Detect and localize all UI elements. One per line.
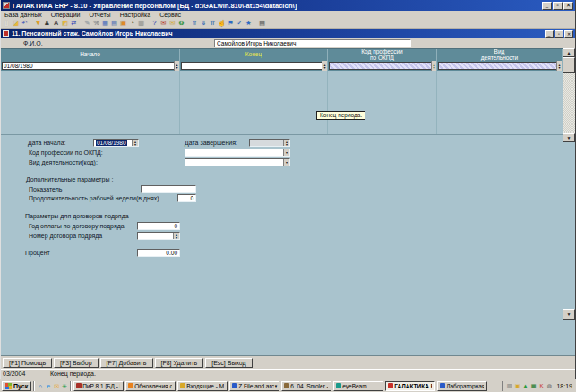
open-folder-icon[interactable]: ◪ xyxy=(12,19,20,28)
fio-input[interactable]: Самойлов Игорь Николаевич xyxy=(214,39,411,47)
task-lab[interactable]: Лабораторная ... xyxy=(437,381,487,391)
tray-safety-icon[interactable]: ▲ xyxy=(521,382,529,390)
grid-scrollbar[interactable]: ▲ ▼ xyxy=(563,48,575,142)
function-button[interactable]: [F8] Удалить xyxy=(155,358,204,368)
column-header-prof-code[interactable]: Код профессиипо ОКПД xyxy=(328,49,437,61)
percent-input[interactable]: 0.00 xyxy=(137,249,180,257)
grid-icon[interactable]: ▤ xyxy=(110,19,118,28)
percent-icon[interactable]: % xyxy=(92,19,100,28)
calculator-icon[interactable]: ▥ xyxy=(137,19,145,28)
mail-yellow-icon[interactable]: ✉ xyxy=(168,19,176,28)
main-titlebar[interactable]: ГАЛАКТИКА ERP - 8.10 - Управление персон… xyxy=(1,0,575,11)
row-activity-input[interactable] xyxy=(438,62,561,70)
column-header-activity[interactable]: Виддеятельности xyxy=(437,49,563,61)
contract-number-input[interactable]: ▴▾ xyxy=(137,232,180,240)
function-button[interactable]: [F3] Выбор xyxy=(54,358,99,368)
clock-icon[interactable]: ◔ xyxy=(128,19,136,28)
grid-body[interactable] xyxy=(1,71,563,135)
column-header-start[interactable]: Начало xyxy=(1,49,180,61)
row-prof-spinner[interactable]: ▴▾ xyxy=(431,61,436,71)
tray-clipboard-icon[interactable]: ▣ xyxy=(513,382,520,390)
minimize-button[interactable]: _ xyxy=(542,2,552,10)
person-flag-icon[interactable]: ⚑ xyxy=(227,19,235,28)
menu-item[interactable]: Отчеты xyxy=(89,12,110,18)
tray-update-icon[interactable]: ◍ xyxy=(546,382,553,390)
icon-glyph: % xyxy=(93,19,99,27)
week-length-input[interactable]: 0 xyxy=(177,194,196,202)
mail-red-icon[interactable]: ✉ xyxy=(159,19,168,28)
task-pir[interactable]: ПиР 8.1 [БД - Р... xyxy=(73,381,124,391)
edit-icon[interactable]: ✎ xyxy=(83,19,91,28)
person-star-icon[interactable]: ★ xyxy=(245,19,253,28)
internet-explorer-icon[interactable]: e xyxy=(45,382,52,390)
task-updates[interactable]: Обновления оч... xyxy=(125,381,176,391)
menu-item[interactable]: Сервис xyxy=(159,12,181,18)
icon-glyph: ◩ xyxy=(62,19,68,27)
date-end-spinner[interactable]: ▴▾ xyxy=(283,140,289,146)
row-prof-input[interactable] xyxy=(329,62,435,70)
tray-display-icon[interactable]: ▥ xyxy=(505,382,512,390)
task-inbox[interactable]: Входящие - Mic... xyxy=(177,381,228,391)
search-icon[interactable]: A xyxy=(52,19,60,28)
dialog-close-button[interactable]: ✕ xyxy=(564,30,573,38)
tray-antivirus-icon[interactable]: K xyxy=(537,382,545,390)
task-smoler[interactable]: 6. 04_Smoler - t... xyxy=(281,381,331,391)
dialog-minimize-button[interactable]: _ xyxy=(545,30,554,38)
scrollbar-track[interactable] xyxy=(563,57,575,133)
date-start-spinner[interactable]: ▴▾ xyxy=(132,140,138,146)
tray-network-icon[interactable]: ▦ xyxy=(529,382,537,390)
thumb-up-icon[interactable]: ☝ xyxy=(218,19,226,28)
person-check-icon[interactable]: ✓ xyxy=(236,19,244,28)
close-button[interactable]: ✕ xyxy=(563,2,573,10)
prof-code-dropdown-icon[interactable]: ▾ xyxy=(283,149,289,156)
row-end-input[interactable] xyxy=(181,62,326,70)
menu-item[interactable]: Настройка xyxy=(120,12,150,18)
print-icon[interactable]: ▤ xyxy=(258,19,266,28)
outlook-icon[interactable]: ✉ xyxy=(53,382,60,390)
indicator-input[interactable] xyxy=(141,185,196,193)
column-header-end[interactable]: Конец xyxy=(180,49,328,61)
switch-icon[interactable]: ⇄ xyxy=(70,19,78,28)
folder-open-icon[interactable]: ◩ xyxy=(61,19,69,28)
function-button[interactable]: [F7] Добавить xyxy=(100,358,153,368)
row-activity-spinner[interactable]: ▴▾ xyxy=(556,61,562,71)
media-icon[interactable]: ✳ xyxy=(61,382,68,390)
row-start-input[interactable]: 01/08/1980 xyxy=(2,62,178,70)
date-start-input[interactable]: 01/08/1980 ▴▾ xyxy=(93,139,139,147)
people-up-icon[interactable]: ⇈ xyxy=(209,19,217,28)
contract-year-input[interactable]: 0 xyxy=(137,222,180,230)
dialog-maximize-button[interactable]: ▫ xyxy=(555,30,563,38)
scrollbar-thumb[interactable] xyxy=(563,57,575,73)
maximize-button[interactable]: ▫ xyxy=(553,2,563,10)
dialog-titlebar[interactable]: 11. Пенсионный стаж. Самойлов Игорь Нико… xyxy=(1,29,575,38)
scroll-down-icon[interactable]: ▼ xyxy=(563,133,575,142)
row-end-spinner[interactable]: ▴▾ xyxy=(322,61,327,71)
new-document-icon[interactable]: ▯ xyxy=(3,19,11,28)
calendar-icon[interactable]: ▣ xyxy=(119,19,127,28)
refresh-globe-icon[interactable]: ♻ xyxy=(177,19,185,28)
person-up-icon[interactable]: ⇑ xyxy=(191,19,199,28)
function-button[interactable]: [Esc] Выход xyxy=(205,358,252,368)
start-button[interactable]: Пуск xyxy=(2,381,31,391)
activity-dropdown-icon[interactable]: ▾ xyxy=(283,159,289,166)
form-scroll-down-icon[interactable]: ▼ xyxy=(563,309,575,320)
person-icon[interactable]: ♟ xyxy=(43,19,51,28)
person-down-icon[interactable]: ⇓ xyxy=(200,19,208,28)
undo-icon[interactable]: ↶ xyxy=(21,19,29,28)
date-end-input[interactable]: ▴▾ xyxy=(249,139,290,147)
task-zfile[interactable]: Z File and arch... ▾ xyxy=(229,381,279,391)
menu-item[interactable]: Операции xyxy=(51,12,81,18)
help-icon[interactable]: ? xyxy=(150,19,159,28)
filter-icon[interactable]: ▼ xyxy=(34,19,42,28)
row-start-spinner[interactable]: ▴▾ xyxy=(174,61,179,71)
task-galaktika[interactable]: ГАЛАКТИКА E... xyxy=(385,381,435,391)
table-icon[interactable]: ▦ xyxy=(101,19,109,28)
scroll-up-icon[interactable]: ▲ xyxy=(563,48,575,57)
activity-input[interactable]: ▾ xyxy=(185,158,290,166)
task-eyebeam[interactable]: eyeBeam xyxy=(333,381,383,391)
function-button[interactable]: [F1] Помощь xyxy=(3,358,52,368)
show-desktop-icon[interactable]: ⌂ xyxy=(37,382,44,390)
contract-number-spinner[interactable]: ▴▾ xyxy=(173,233,179,239)
menu-item[interactable]: База данных xyxy=(4,12,42,18)
prof-code-input[interactable]: ▾ xyxy=(185,149,290,157)
